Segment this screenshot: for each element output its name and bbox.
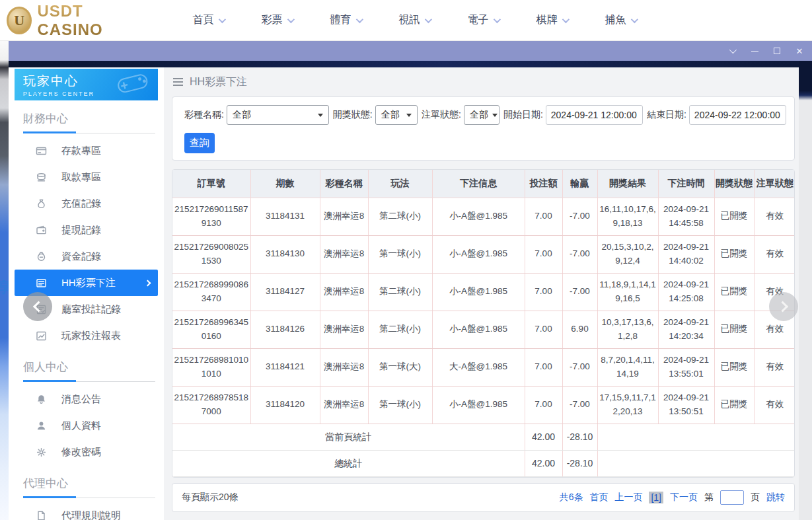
background-page-right-strip — [799, 61, 812, 520]
sidebar-item-agent-rules[interactable]: 代理規則說明 — [15, 502, 158, 520]
bet-amount-cell: 7.00 — [525, 273, 562, 311]
play-type-cell: 第二球(小) — [368, 198, 432, 235]
caret-down-icon — [318, 114, 323, 117]
draw-status-header: 開獎狀態 — [714, 170, 754, 198]
sidebar-item-deposit-zone[interactable]: 存款專區 — [15, 137, 158, 164]
maximize-button[interactable] — [770, 44, 784, 57]
logo-u-icon: U — [7, 7, 32, 34]
nav-item-label: 電子 — [468, 13, 489, 27]
draw-status-cell: 已開獎 — [714, 273, 754, 311]
prev-page-link[interactable]: 上一页 — [614, 492, 642, 503]
lottery-name-cell: 澳洲幸运8 — [320, 348, 368, 386]
end-date-input[interactable]: 2024-09-22 12:00:00 — [689, 105, 786, 125]
nav-item-lottery[interactable]: 彩票 — [242, 13, 311, 27]
sidebar-item-player-bet-report[interactable]: 玩家投注報表 — [15, 322, 158, 349]
chevron-down-icon — [493, 15, 500, 22]
chevron-down-icon — [218, 15, 225, 22]
minimize-button[interactable] — [747, 44, 762, 57]
chart-icon — [36, 330, 47, 342]
bet-info-header: 下注信息 — [432, 170, 525, 198]
page-title: HH彩票下注 — [190, 75, 247, 89]
draw-status-cell: 已開獎 — [714, 348, 754, 386]
sidebar-item-label: 廳室投註記錄 — [61, 303, 121, 316]
period-cell: 31184130 — [250, 235, 320, 273]
chevron-right-icon — [777, 301, 788, 313]
close-button[interactable]: ✕ — [792, 44, 807, 57]
order-status-select[interactable]: 全部 — [464, 105, 499, 125]
carousel-left-arrow-button[interactable] — [23, 292, 52, 321]
hamburger-icon[interactable] — [173, 78, 183, 86]
chevron-down-icon — [630, 15, 638, 22]
sidebar-item-withdrawal-records[interactable]: 提現記錄 — [15, 217, 158, 243]
next-page-link[interactable]: 下一页 — [670, 492, 698, 503]
bet-amount-cell: 7.00 — [525, 198, 562, 235]
chevron-down-icon — [562, 15, 569, 22]
query-button[interactable]: 查詢 — [184, 133, 215, 153]
carousel-right-arrow-button[interactable] — [769, 292, 798, 321]
start-date-input[interactable]: 2024-09-21 12:00:00 — [546, 105, 643, 125]
section-title-agent: 代理中心 — [23, 476, 155, 491]
nav-item-label: 視訊 — [399, 13, 420, 27]
draw-status-select[interactable]: 全部 — [375, 105, 418, 125]
first-page-link[interactable]: 首页 — [589, 492, 608, 503]
section-divider — [23, 496, 155, 498]
jump-prefix-label: 第 — [704, 492, 714, 503]
sidebar-item-label: 取款專區 — [61, 171, 101, 184]
table-row: 215217269011587913031184131澳洲幸运8第二球(小)小-… — [172, 198, 795, 235]
collapse-chevron-button[interactable] — [725, 44, 739, 57]
sidebar-item-label: 修改密碼 — [61, 446, 101, 459]
start-date-label: 開始日期: — [503, 109, 543, 121]
draw-status-cell: 已開獎 — [714, 311, 754, 348]
order-id-header: 訂單號 — [172, 170, 250, 198]
gear-icon — [36, 447, 47, 458]
sidebar-item-funds-records[interactable]: 資金記錄 — [15, 243, 158, 270]
lottery-name-cell: 澳洲幸运8 — [320, 198, 368, 235]
nav-item-board-games[interactable]: 棋牌 — [517, 13, 586, 27]
bet-info-cell: 小-A盤@1.985 — [432, 273, 525, 311]
filter-panel: 彩種名稱: 全部 開獎狀態: 全部 注單狀態: 全部 開始日期: 2024-09… — [172, 96, 795, 161]
play-type-cell: 第二球(小) — [368, 273, 432, 311]
sidebar-item-recharge-records[interactable]: 充值記錄 — [15, 190, 158, 217]
nav-item-video[interactable]: 視訊 — [380, 13, 449, 27]
draw-result-cell: 10,3,17,13,6,1,2,8 — [597, 311, 658, 348]
sidebar-item-announcements[interactable]: 消息公告 — [15, 386, 158, 412]
table-row: 215217268996345016031184126澳洲幸运8第二球(小)小-… — [172, 311, 795, 348]
bet-amount-cell: 7.00 — [525, 311, 562, 348]
nav-item-label: 捕魚 — [605, 13, 626, 27]
sidebar-item-label: 充值記錄 — [61, 198, 101, 210]
caret-down-icon — [406, 114, 412, 117]
bet-time-cell: 2024-09-21 14:40:02 — [658, 235, 714, 273]
section-title-finance: 財務中心 — [23, 111, 155, 126]
jump-button[interactable]: 跳转 — [766, 492, 785, 503]
nav-item-label: 彩票 — [262, 13, 283, 27]
period-cell: 31184120 — [250, 386, 320, 424]
sidebar-item-change-password[interactable]: 修改密碼 — [15, 439, 158, 465]
win-loss-cell: -7.00 — [562, 198, 597, 235]
sidebar-item-label: 存款專區 — [61, 145, 101, 157]
play-type-cell: 第二球(小) — [368, 311, 432, 348]
page-summary-label: 當前頁統計 — [172, 424, 525, 450]
sidebar-item-profile[interactable]: 個人資料 — [15, 412, 158, 439]
nav-item-electronic[interactable]: 電子 — [449, 13, 517, 27]
site-logo[interactable]: U USDT CASINO — [7, 2, 142, 39]
lottery-name-select[interactable]: 全部 — [227, 105, 329, 125]
draw-result-cell: 8,7,20,1,4,11,14,19 — [597, 348, 658, 386]
total-summary-row: 總統計 42.00 -28.10 — [172, 450, 795, 476]
nav-item-fishing[interactable]: 捕魚 — [586, 13, 655, 27]
lottery-name-header: 彩種名稱 — [320, 170, 368, 198]
play-type-header: 玩法 — [368, 170, 432, 198]
current-page-indicator: [1] — [649, 492, 663, 503]
nav-item-home[interactable]: 首頁 — [174, 13, 242, 27]
draw-result-cell: 17,15,9,11,7,12,20,13 — [597, 386, 658, 424]
table-row: 215217269008025153031184130澳洲幸运8第一球(小)小-… — [172, 235, 795, 273]
sidebar-header: 玩家中心 PLAYERS CENTER — [15, 69, 158, 100]
sidebar-item-withdraw-zone[interactable]: 取款專區 — [15, 164, 158, 190]
win-loss-cell: -7.00 — [562, 235, 597, 273]
site-navbar: U USDT CASINO 首頁彩票體育視訊電子棋牌捕魚 — [0, 0, 812, 41]
page-jump-input[interactable] — [720, 490, 744, 505]
total-summary-blank — [597, 450, 795, 476]
page-summary-blank — [597, 424, 795, 450]
draw-result-cell: 16,11,10,17,6,9,18,13 — [597, 198, 658, 235]
nav-item-sports[interactable]: 體育 — [311, 13, 380, 27]
lottery-name-cell: 澳洲幸运8 — [320, 311, 368, 348]
